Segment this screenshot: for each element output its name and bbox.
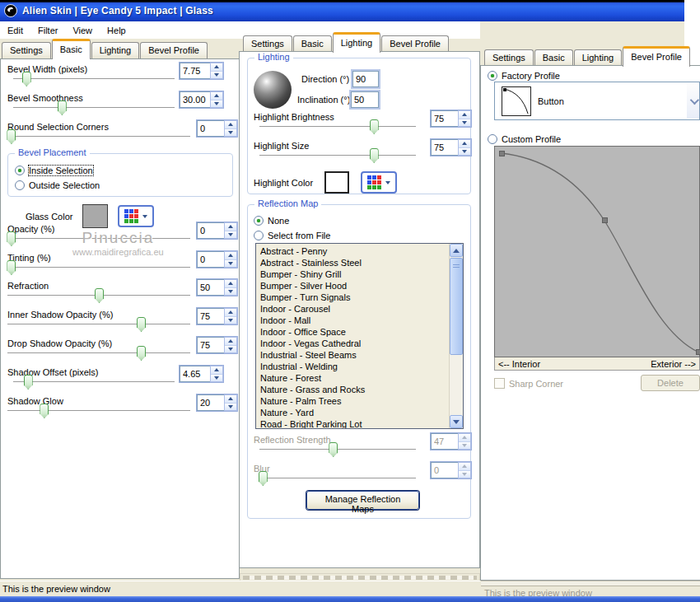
list-item[interactable]: Indoor - Carousel bbox=[256, 303, 463, 315]
slider-thumb[interactable] bbox=[137, 317, 146, 332]
tab-settings[interactable]: Settings bbox=[2, 42, 51, 59]
glass-color-picker-button[interactable] bbox=[118, 205, 154, 227]
factory-profile-dropdown[interactable]: Button bbox=[494, 82, 700, 120]
slider-thumb[interactable] bbox=[137, 346, 146, 361]
spinner-down-button[interactable] bbox=[459, 148, 470, 156]
light-direction-ball[interactable] bbox=[254, 71, 292, 109]
slider-track[interactable] bbox=[13, 381, 175, 383]
glass-color-swatch[interactable] bbox=[82, 204, 108, 228]
list-item[interactable]: Indoor - Office Space bbox=[256, 326, 463, 338]
slider-thumb[interactable] bbox=[259, 471, 268, 486]
spinner-down-button[interactable] bbox=[459, 471, 470, 478]
slider-track[interactable] bbox=[259, 449, 416, 450]
slider-thumb[interactable] bbox=[24, 375, 33, 390]
list-item[interactable]: Nature - Yard bbox=[256, 407, 463, 418]
radio-select-from-file[interactable]: Select from File bbox=[254, 229, 330, 241]
tab-lighting[interactable]: Lighting bbox=[91, 42, 140, 59]
spinner-up-button[interactable] bbox=[211, 92, 222, 100]
spinner-up-button[interactable] bbox=[225, 338, 236, 346]
list-scrollbar[interactable] bbox=[449, 244, 463, 428]
spinner-up-button[interactable] bbox=[225, 223, 236, 231]
slider-track[interactable] bbox=[7, 238, 190, 240]
tab-bevel-profile[interactable]: Bevel Profile bbox=[381, 35, 449, 53]
slider-thumb[interactable] bbox=[7, 260, 16, 275]
tab-basic[interactable]: Basic bbox=[534, 49, 573, 67]
scroll-down-button[interactable] bbox=[450, 415, 463, 428]
slider-track[interactable] bbox=[259, 126, 416, 128]
spinner-up-button[interactable] bbox=[459, 140, 470, 148]
slider-thumb[interactable] bbox=[95, 288, 104, 303]
list-item[interactable]: Industrial - Welding bbox=[256, 361, 463, 372]
value-input[interactable] bbox=[197, 279, 224, 296]
value-input[interactable] bbox=[431, 110, 458, 127]
slider-track[interactable] bbox=[7, 295, 190, 296]
reflection-map-list[interactable]: Abstract - PennyAbstract - Stainless Ste… bbox=[255, 243, 464, 429]
slider-thumb[interactable] bbox=[329, 442, 338, 457]
value-input[interactable] bbox=[180, 63, 210, 79]
slider-track[interactable] bbox=[7, 136, 190, 138]
highlight-color-swatch[interactable] bbox=[324, 171, 349, 194]
slider-thumb[interactable] bbox=[58, 100, 67, 115]
spinner-up-button[interactable] bbox=[459, 111, 470, 119]
value-input[interactable] bbox=[431, 462, 458, 478]
spinner-up-button[interactable] bbox=[211, 63, 222, 72]
list-item[interactable]: Bumper - Turn Signals bbox=[256, 292, 463, 303]
slider-track[interactable] bbox=[13, 107, 175, 109]
delete-button[interactable]: Delete bbox=[641, 375, 700, 391]
menu-item-help[interactable]: Help bbox=[100, 23, 133, 38]
tab-bevel-profile[interactable]: Bevel Profile bbox=[140, 42, 208, 59]
spinner-down-button[interactable] bbox=[225, 260, 236, 268]
tab-lighting[interactable]: Lighting bbox=[333, 32, 381, 53]
list-item[interactable]: Nature - Grass and Rocks bbox=[256, 384, 463, 395]
list-item[interactable]: Bumper - Silver Hood bbox=[256, 280, 463, 292]
inclination-input[interactable] bbox=[351, 91, 379, 108]
sharp-corner-checkbox[interactable]: Sharp Corner bbox=[494, 377, 563, 390]
spinner-up-button[interactable] bbox=[225, 252, 236, 260]
spinner-down-button[interactable] bbox=[225, 404, 236, 411]
highlight-color-picker-button[interactable] bbox=[361, 171, 397, 194]
list-item[interactable]: Bumper - Shiny Grill bbox=[256, 268, 463, 280]
value-input[interactable] bbox=[431, 139, 458, 156]
curve-handle[interactable] bbox=[499, 151, 505, 156]
slider-thumb[interactable] bbox=[7, 129, 16, 144]
value-input[interactable] bbox=[431, 433, 458, 450]
tab-settings[interactable]: Settings bbox=[484, 49, 534, 67]
spinner-up-button[interactable] bbox=[225, 280, 236, 288]
curve-handle[interactable] bbox=[602, 217, 608, 223]
value-input[interactable] bbox=[197, 222, 224, 239]
list-item[interactable]: Nature - Palm Trees bbox=[256, 395, 463, 407]
scrollbar-thumb[interactable] bbox=[450, 258, 463, 355]
spinner-down-button[interactable] bbox=[459, 119, 470, 127]
slider-thumb[interactable] bbox=[7, 231, 16, 246]
value-input[interactable] bbox=[197, 251, 224, 268]
list-item[interactable]: Abstract - Penny bbox=[256, 245, 463, 257]
spinner-down-button[interactable] bbox=[225, 231, 236, 239]
tab-basic[interactable]: Basic bbox=[293, 35, 332, 53]
value-input[interactable] bbox=[197, 308, 224, 324]
slider-track[interactable] bbox=[7, 267, 190, 268]
list-item[interactable]: Road - Bright Parking Lot bbox=[256, 418, 463, 429]
bevel-profile-curve-editor[interactable] bbox=[494, 146, 700, 357]
slider-thumb[interactable] bbox=[370, 119, 379, 134]
spinner-up-button[interactable] bbox=[211, 366, 222, 375]
tab-settings[interactable]: Settings bbox=[243, 35, 292, 53]
value-input[interactable] bbox=[197, 394, 224, 411]
list-item[interactable]: Abstract - Stainless Steel bbox=[256, 257, 463, 268]
manage-reflection-maps-button[interactable]: Manage Reflection Maps bbox=[306, 491, 419, 510]
list-item[interactable]: Industrial - Steel Beams bbox=[256, 349, 463, 361]
tab-bevel-profile[interactable]: Bevel Profile bbox=[623, 46, 690, 67]
menu-item-filter[interactable]: Filter bbox=[30, 23, 65, 38]
factory-profile-radio[interactable]: Factory Profile bbox=[488, 69, 560, 82]
value-input[interactable] bbox=[197, 120, 224, 137]
spinner-down-button[interactable] bbox=[225, 288, 236, 296]
spinner-up-button[interactable] bbox=[459, 463, 470, 471]
slider-track[interactable] bbox=[259, 155, 416, 156]
radio-inside-selection[interactable]: Inside Selection bbox=[15, 164, 93, 176]
value-input[interactable] bbox=[180, 366, 210, 382]
list-item[interactable]: Nature - Forest bbox=[256, 372, 463, 384]
scroll-up-button[interactable] bbox=[450, 244, 463, 257]
slider-thumb[interactable] bbox=[40, 404, 49, 418]
radio-none[interactable]: None bbox=[254, 214, 289, 226]
custom-profile-radio[interactable]: Custom Profile bbox=[488, 133, 561, 145]
menu-item-view[interactable]: View bbox=[65, 23, 100, 38]
